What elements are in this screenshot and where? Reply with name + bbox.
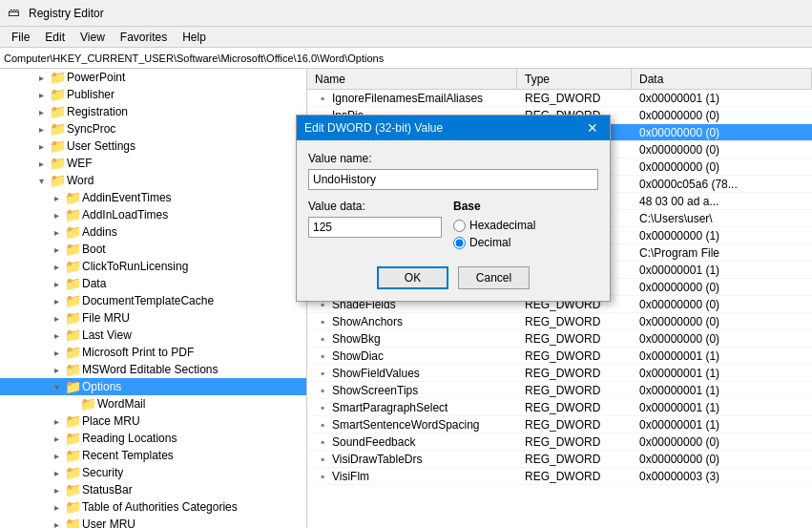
tree-item-label: Publisher: [67, 88, 115, 101]
hex-radio-row: Hexadecimal: [453, 219, 598, 232]
tree-item-addinloadtimes[interactable]: ▸ 📁 AddInLoadTimes: [0, 206, 306, 223]
reg-type-cell: REG_DWORD: [517, 418, 632, 432]
reg-row[interactable]: ▪ VisiFlm REG_DWORD 0x00000003 (3): [307, 468, 812, 485]
reg-name: VisiDrawTableDrs: [332, 453, 422, 466]
tree-item-registration[interactable]: ▸ 📁 Registration: [0, 103, 306, 120]
value-name-input[interactable]: [308, 169, 598, 190]
expand-btn[interactable]: ▸: [50, 243, 63, 256]
expand-btn[interactable]: ▸: [50, 449, 63, 462]
tree-item-powerpoint[interactable]: ▸ 📁 PowerPoint: [0, 69, 306, 86]
tree-item-tableofauthorities[interactable]: ▸ 📁 Table of Authorities Categories: [0, 498, 306, 516]
tree-item-label: User MRU: [82, 517, 135, 528]
tree-item-publisher[interactable]: ▸ 📁 Publisher: [0, 86, 306, 103]
tree-item-wef[interactable]: ▸ 📁 WEF: [0, 155, 306, 172]
tree-item-usersettings[interactable]: ▸ 📁 User Settings: [0, 137, 306, 155]
tree-item-addinventtimes[interactable]: ▸ 📁 AddinEventTimes: [0, 189, 306, 206]
reg-row[interactable]: ▪ SmartSentenceWordSpacing REG_DWORD 0x0…: [307, 416, 812, 433]
reg-type-cell: REG_DWORD: [517, 470, 632, 483]
tree-item-boot[interactable]: ▸ 📁 Boot: [0, 241, 306, 258]
tree-item-lastview[interactable]: ▸ 📁 Last View: [0, 327, 306, 344]
expand-btn[interactable]: ▸: [50, 483, 63, 496]
reg-data-cell: 0x00000000 (0): [632, 281, 812, 294]
tree-item-usermru[interactable]: ▸ 📁 User MRU: [0, 516, 306, 528]
tree-item-readinglocations[interactable]: ▸ 📁 Reading Locations: [0, 430, 306, 447]
edit-dword-dialog[interactable]: Edit DWORD (32-bit) Value ✕ Value name: …: [296, 115, 611, 302]
expand-btn[interactable]: ▸: [50, 500, 63, 514]
expand-btn[interactable]: ▾: [50, 380, 63, 393]
menu-item-help[interactable]: Help: [175, 29, 214, 46]
folder-icon: 📁: [65, 224, 80, 240]
expand-btn[interactable]: [65, 397, 78, 411]
reg-row[interactable]: ▪ ShowBkg REG_DWORD 0x00000000 (0): [307, 330, 812, 348]
menu-item-view[interactable]: View: [73, 29, 113, 46]
tree-item-label: SyncProc: [67, 122, 115, 136]
reg-row[interactable]: ▪ ShowFieldValues REG_DWORD 0x00000001 (…: [307, 365, 812, 382]
menu-item-file[interactable]: File: [4, 29, 37, 46]
folder-icon: 📁: [65, 499, 80, 515]
reg-row[interactable]: ▪ SoundFeedback REG_DWORD 0x00000000 (0): [307, 433, 812, 451]
expand-btn[interactable]: ▸: [50, 432, 63, 445]
folder-icon: 📁: [65, 482, 80, 497]
tree-item-options[interactable]: ▾ 📁 Options: [0, 378, 306, 395]
tree-item-filemru[interactable]: ▸ 📁 File MRU: [0, 309, 306, 327]
hex-radio[interactable]: [453, 220, 466, 232]
tree-item-security[interactable]: ▸ 📁 Security: [0, 464, 306, 481]
tree-item-addins[interactable]: ▸ 📁 Addins: [0, 223, 306, 241]
expand-btn[interactable]: ▸: [50, 517, 63, 528]
tree-item-data[interactable]: ▸ 📁 Data: [0, 275, 306, 292]
expand-btn[interactable]: ▸: [50, 277, 63, 290]
tree-item-clicktorunlicensing[interactable]: ▸ 📁 ClickToRunLicensing: [0, 258, 306, 275]
folder-icon: 📁: [65, 293, 80, 308]
expand-btn[interactable]: ▸: [50, 225, 63, 239]
expand-btn[interactable]: ▸: [50, 346, 63, 359]
expand-btn[interactable]: ▸: [50, 363, 63, 376]
reg-data-cell: 0x00000000 (0): [632, 126, 812, 139]
expand-btn[interactable]: ▸: [50, 260, 63, 273]
menu-item-edit[interactable]: Edit: [37, 29, 73, 46]
expand-btn[interactable]: ▸: [50, 328, 63, 342]
expand-btn[interactable]: ▸: [50, 311, 63, 325]
reg-row[interactable]: ▪ VisiDrawTableDrs REG_DWORD 0x00000000 …: [307, 451, 812, 468]
expand-btn[interactable]: ▸: [50, 208, 63, 222]
reg-row[interactable]: ▪ SmartParagraphSelect REG_DWORD 0x00000…: [307, 399, 812, 416]
dialog-close-button[interactable]: ✕: [583, 118, 602, 137]
tree-item-documenttemplatecache[interactable]: ▸ 📁 DocumentTemplateCache: [0, 292, 306, 309]
expand-btn[interactable]: ▸: [34, 105, 48, 118]
folder-icon: 📁: [65, 465, 80, 480]
col-header-name: Name: [307, 69, 517, 89]
cancel-button[interactable]: Cancel: [458, 266, 530, 289]
reg-row[interactable]: ▪ IgnoreFilenamesEmailAliases REG_DWORD …: [307, 90, 812, 107]
tree-item-label: PowerPoint: [67, 71, 125, 84]
tree-item-statusbar[interactable]: ▸ 📁 StatusBar: [0, 481, 306, 498]
value-data-input[interactable]: [308, 217, 442, 238]
menu-item-favorites[interactable]: Favorites: [113, 29, 175, 46]
tree-item-recenttemplates[interactable]: ▸ 📁 Recent Templates: [0, 447, 306, 464]
tree-item-microsoftprinttopdf[interactable]: ▸ 📁 Microsoft Print to PDF: [0, 344, 306, 361]
reg-row[interactable]: ▪ ShowDiac REG_DWORD 0x00000001 (1): [307, 348, 812, 365]
expand-btn[interactable]: ▸: [50, 294, 63, 307]
tree-item-label: Registration: [67, 105, 128, 118]
expand-btn[interactable]: ▾: [34, 174, 48, 187]
tree-item-mswordeditable[interactable]: ▸ 📁 MSWord Editable Sections: [0, 361, 306, 378]
tree-panel[interactable]: ▸ 📁 PowerPoint ▸ 📁 Publisher ▸ 📁 Registr…: [0, 69, 307, 528]
expand-btn[interactable]: ▸: [34, 71, 48, 84]
dec-radio[interactable]: [453, 237, 466, 249]
reg-row[interactable]: ▪ ShowScreenTips REG_DWORD 0x00000001 (1…: [307, 382, 812, 399]
tree-item-label: ClickToRunLicensing: [82, 260, 188, 273]
tree-item-label: Microsoft Print to PDF: [82, 346, 194, 359]
tree-item-placemru[interactable]: ▸ 📁 Place MRU: [0, 412, 306, 430]
tree-item-word[interactable]: ▾ 📁 Word: [0, 172, 306, 189]
tree-item-syncproc[interactable]: ▸ 📁 SyncProc: [0, 120, 306, 137]
expand-btn[interactable]: ▸: [50, 414, 63, 428]
tree-item-label: AddinEventTimes: [82, 191, 172, 204]
expand-btn[interactable]: ▸: [34, 122, 48, 136]
tree-item-wordmail[interactable]: 📁 WordMail: [0, 395, 306, 412]
expand-btn[interactable]: ▸: [34, 139, 48, 153]
expand-btn[interactable]: ▸: [50, 191, 63, 204]
folder-icon: 📁: [50, 156, 65, 171]
expand-btn[interactable]: ▸: [34, 157, 48, 170]
expand-btn[interactable]: ▸: [50, 466, 63, 479]
ok-button[interactable]: OK: [377, 266, 448, 289]
expand-btn[interactable]: ▸: [34, 88, 48, 101]
reg-row[interactable]: ▪ ShowAnchors REG_DWORD 0x00000000 (0): [307, 313, 812, 330]
